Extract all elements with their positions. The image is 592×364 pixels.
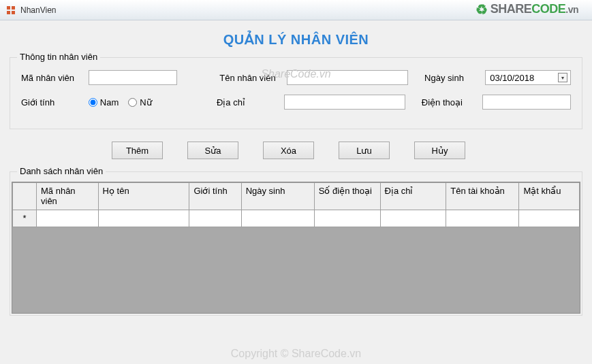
ten-nv-label: Tên nhân viên (219, 73, 279, 83)
gioi-tinh-label: Giới tính (21, 97, 80, 107)
svg-rect-2 (7, 11, 10, 14)
col-so-dt[interactable]: Số điện thoại (314, 183, 380, 210)
cell[interactable] (446, 210, 519, 227)
cell[interactable] (189, 210, 241, 227)
button-row: Thêm Sửa Xóa Lưu Hủy (112, 142, 582, 159)
new-row-marker: * (13, 210, 37, 227)
calendar-dropdown-icon[interactable]: ▾ (558, 73, 567, 82)
cell[interactable] (380, 210, 446, 227)
dien-thoai-label: Điện thoại (422, 97, 474, 107)
list-legend: Danh sách nhân viên (17, 166, 106, 176)
radio-nu-input[interactable] (128, 98, 137, 107)
svg-rect-1 (12, 6, 15, 10)
col-ma-nv[interactable]: Mã nhân viên (37, 183, 99, 210)
col-gioi-tinh[interactable]: Giới tính (189, 183, 241, 210)
header-row: Mã nhân viên Họ tên Giới tính Ngày sinh … (13, 183, 580, 210)
sua-button[interactable]: Sửa (187, 142, 238, 159)
titlebar: NhanVien ♻ SHARECODE.vn (0, 0, 592, 20)
col-ngay-sinh[interactable]: Ngày sinh (241, 183, 314, 210)
radio-nam[interactable]: Nam (89, 97, 119, 107)
employee-info-group: Thông tin nhân viên Mã nhân viên Tên nhâ… (10, 57, 582, 129)
col-ho-ten[interactable]: Họ tên (98, 183, 189, 210)
window-title: NhanVien (20, 5, 57, 15)
cell[interactable] (241, 210, 314, 227)
ngay-sinh-picker[interactable]: 03/10/2018 ▾ (485, 70, 571, 85)
them-button[interactable]: Thêm (112, 142, 163, 159)
group-legend: Thông tin nhân viên (17, 52, 100, 62)
dia-chi-label: Địa chỉ (217, 97, 276, 107)
col-dia-chi[interactable]: Địa chỉ (380, 183, 446, 210)
client-area: QUẢN LÝ NHÂN VIÊN ShareCode.vn Thông tin… (0, 20, 592, 364)
huy-button[interactable]: Hủy (414, 142, 465, 159)
ngay-sinh-label: Ngày sinh (424, 73, 477, 83)
cell[interactable] (314, 210, 380, 227)
dien-thoai-input[interactable] (482, 95, 571, 110)
cell[interactable] (98, 210, 189, 227)
app-icon (5, 5, 16, 16)
col-tai-khoan[interactable]: Tên tài khoản (446, 183, 519, 210)
dia-chi-input[interactable] (284, 95, 405, 110)
radio-nu[interactable]: Nữ (128, 97, 151, 107)
xoa-button[interactable]: Xóa (263, 142, 314, 159)
row-header-corner (13, 183, 37, 210)
col-mat-khau[interactable]: Mật khẩu (519, 183, 580, 210)
datagrid[interactable]: Mã nhân viên Họ tên Giới tính Ngày sinh … (12, 182, 580, 314)
ten-nv-input[interactable] (287, 70, 408, 85)
page-title: QUẢN LÝ NHÂN VIÊN (10, 31, 582, 48)
watermark-logo: ♻ SHARECODE.vn (476, 2, 578, 16)
employee-list-group: Danh sách nhân viên Mã nhân viên Họ tên … (10, 171, 582, 316)
radio-nam-input[interactable] (89, 98, 97, 107)
ma-nv-input[interactable] (89, 70, 177, 85)
cell[interactable] (519, 210, 580, 227)
svg-rect-3 (12, 11, 15, 14)
svg-rect-0 (7, 6, 10, 10)
ma-nv-label: Mã nhân viên (21, 73, 80, 83)
recycle-icon: ♻ (476, 3, 488, 16)
cell[interactable] (37, 210, 99, 227)
watermark-footer: Copyright © ShareCode.vn (231, 348, 361, 360)
ngay-sinh-value: 03/10/2018 (490, 73, 534, 83)
luu-button[interactable]: Lưu (339, 142, 390, 159)
new-row[interactable]: * (13, 210, 580, 227)
